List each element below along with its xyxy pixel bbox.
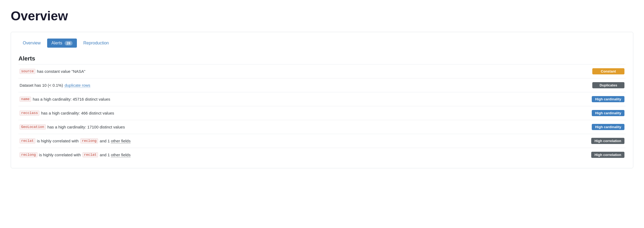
alert-text-source-constant: source has constant value "NASA" [20,69,85,74]
page-title: Overview [11,9,633,23]
alert-row-source-constant: source has constant value "NASA" Constan… [18,64,626,78]
badge-high-correlation-reclong: High correlation [591,152,624,158]
alert-row-recclass-cardinality: recclass has a high cardinality: 466 dis… [18,106,626,120]
alerts-title: Alerts [18,55,626,62]
badge-duplicates: Duplicates [592,82,624,88]
tab-alerts-label: Alerts [51,41,62,45]
code-reclong: reclong [20,152,38,157]
alert-row-reclat-correlation: reclat is highly correlated with reclong… [18,134,626,148]
tab-reproduction[interactable]: Reproduction [79,39,113,48]
code-source: source [20,69,35,74]
alert-row-name-cardinality: name has a high cardinality: 45716 disti… [18,92,626,106]
alert-row-duplicates: Dataset has 10 (< 0.1%) duplicate rows D… [18,78,626,92]
alert-text-reclat-correlation: reclat is highly correlated with reclong… [20,138,130,143]
code-geolocation: GeoLocation [20,124,46,130]
badge-constant: Constant [592,68,624,74]
tab-bar: Overview Alerts 28 Reproduction [18,39,626,48]
main-card: Overview Alerts 28 Reproduction Alerts s… [11,32,633,168]
other-fields-link-2[interactable]: other fields [111,153,130,157]
alerts-section: Alerts source has constant value "NASA" … [18,55,626,162]
badge-high-cardinality-recclass: High cardinality [592,110,624,116]
badge-high-cardinality-name: High cardinality [592,96,624,102]
alert-desc-duplicates-pre: Dataset has 10 (< 0.1%) [20,83,63,88]
duplicate-rows-link[interactable]: duplicate rows [65,83,90,88]
alert-desc-source: has constant value "NASA" [37,69,85,74]
code-reclat-ref1: reclat [83,152,98,157]
tab-overview[interactable]: Overview [18,39,45,48]
badge-high-correlation-reclat: High correlation [591,138,624,144]
code-reclong-ref1: reclong [80,138,98,143]
tab-alerts-badge: 28 [65,41,73,45]
badge-high-cardinality-geolocation: High cardinality [592,124,624,130]
code-name: name [20,97,31,102]
tab-alerts[interactable]: Alerts 28 [47,39,77,48]
alert-text-duplicates: Dataset has 10 (< 0.1%) duplicate rows [20,83,90,88]
alert-desc-geolocation: has a high cardinality: 17100 distinct v… [47,125,125,129]
alert-text-reclong-correlation: reclong is highly correlated with reclat… [20,152,130,157]
alert-desc-name: has a high cardinality: 45716 distinct v… [33,97,110,101]
alert-desc-reclat-pre: is highly correlated with [37,139,79,143]
alert-desc-reclat-post: and 1 other fields [100,139,130,143]
code-recclass: recclass [20,111,39,116]
alert-desc-reclong-pre: is highly correlated with [39,153,81,157]
alert-text-geolocation-cardinality: GeoLocation has a high cardinality: 1710… [20,124,125,130]
alert-desc-recclass: has a high cardinality: 466 distinct val… [41,111,114,115]
other-fields-link-1[interactable]: other fields [111,139,130,143]
alert-desc-reclong-post: and 1 other fields [100,153,130,157]
alert-row-geolocation-cardinality: GeoLocation has a high cardinality: 1710… [18,120,626,134]
alert-text-recclass-cardinality: recclass has a high cardinality: 466 dis… [20,111,114,116]
code-reclat: reclat [20,138,35,143]
alert-text-name-cardinality: name has a high cardinality: 45716 disti… [20,97,110,102]
alert-row-reclong-correlation: reclong is highly correlated with reclat… [18,148,626,162]
